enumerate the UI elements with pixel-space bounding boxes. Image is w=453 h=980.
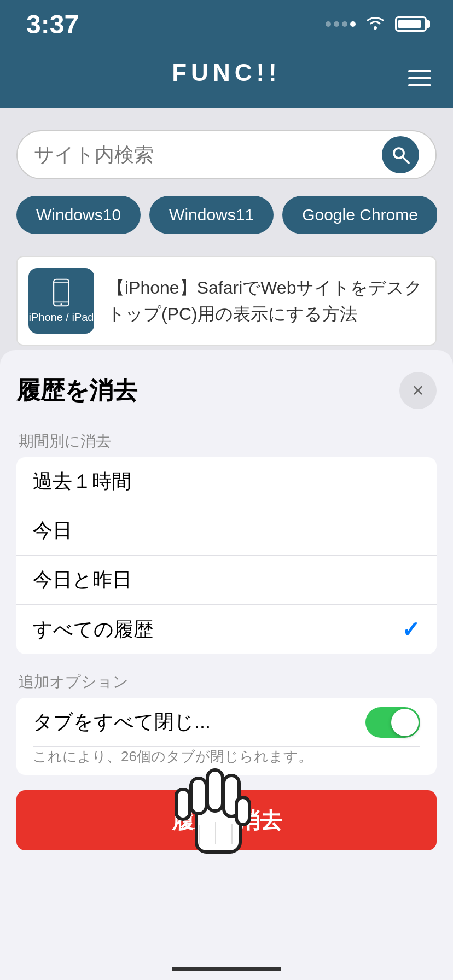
- signal-icon: [326, 21, 356, 27]
- option-item-hour[interactable]: 過去１時間: [16, 457, 437, 506]
- svg-point-0: [374, 26, 377, 30]
- options-list: 過去１時間 今日 今日と昨日 すべての履歴 ✓: [16, 457, 437, 654]
- option-item-today-yesterday[interactable]: 今日と昨日: [16, 556, 437, 605]
- search-bar[interactable]: [16, 130, 437, 179]
- battery-icon: [395, 16, 427, 32]
- hamburger-line: [408, 84, 431, 86]
- hamburger-line: [408, 77, 431, 79]
- category-tag[interactable]: Google Chrome: [282, 196, 437, 234]
- clear-history-button[interactable]: 履歴を消去: [16, 790, 437, 850]
- toggle-sub-text: これにより、26個のタブが閉じられます。: [33, 747, 420, 775]
- toggle-switch[interactable]: [365, 707, 420, 738]
- wifi-icon: [364, 13, 386, 36]
- article-icon: iPhone / iPad: [28, 268, 94, 334]
- header: FUNC!!: [0, 48, 453, 108]
- main-content: Windows10 Windows11 Google Chrome Micro.…: [0, 108, 453, 346]
- search-input[interactable]: [34, 143, 382, 166]
- article-card[interactable]: iPhone / iPad 【iPhone】SafariでWebサイトをデスクト…: [16, 256, 437, 346]
- modal-title: 履歴を消去: [16, 375, 137, 407]
- article-icon-label: iPhone / iPad: [29, 311, 94, 324]
- category-tags: Windows10 Windows11 Google Chrome Micro.…: [16, 196, 437, 234]
- option-label: 今日と昨日: [33, 567, 132, 593]
- svg-line-2: [403, 158, 409, 164]
- toggle-knob: [391, 709, 419, 736]
- status-bar: 3:37: [0, 0, 453, 48]
- status-time: 3:37: [26, 9, 79, 39]
- option-label: 今日: [33, 517, 72, 544]
- option-label: すべての履歴: [33, 616, 153, 643]
- home-indicator: [172, 967, 281, 971]
- toggle-section: タブをすべて閉じ... これにより、26個のタブが閉じられます。: [16, 698, 437, 775]
- article-title: 【iPhone】SafariでWebサイトをデスクトップ(PC)用の表示にする方…: [107, 275, 425, 327]
- svg-point-6: [60, 303, 62, 305]
- toggle-label: タブをすべて閉じ...: [33, 709, 211, 736]
- option-label: 過去１時間: [33, 468, 131, 495]
- hamburger-line: [408, 70, 431, 72]
- category-tag[interactable]: Windows11: [149, 196, 274, 234]
- option-item-today[interactable]: 今日: [16, 506, 437, 556]
- site-logo: FUNC!!: [172, 59, 281, 86]
- modal-close-button[interactable]: ×: [399, 372, 437, 409]
- option-item-all[interactable]: すべての履歴 ✓: [16, 605, 437, 654]
- search-button[interactable]: [382, 136, 419, 173]
- toggle-item: タブをすべて閉じ...: [33, 698, 420, 747]
- status-icons: [326, 13, 427, 36]
- additional-section-label: 追加オプション: [16, 672, 437, 692]
- modal-sheet: 履歴を消去 × 期間別に消去 過去１時間 今日 今日と昨日 すべての履歴 ✓ 追…: [0, 350, 453, 980]
- hamburger-menu[interactable]: [408, 70, 431, 86]
- period-section-label: 期間別に消去: [16, 431, 437, 452]
- category-tag[interactable]: Windows10: [16, 196, 141, 234]
- checkmark-icon: ✓: [402, 617, 420, 642]
- modal-header: 履歴を消去 ×: [16, 372, 437, 409]
